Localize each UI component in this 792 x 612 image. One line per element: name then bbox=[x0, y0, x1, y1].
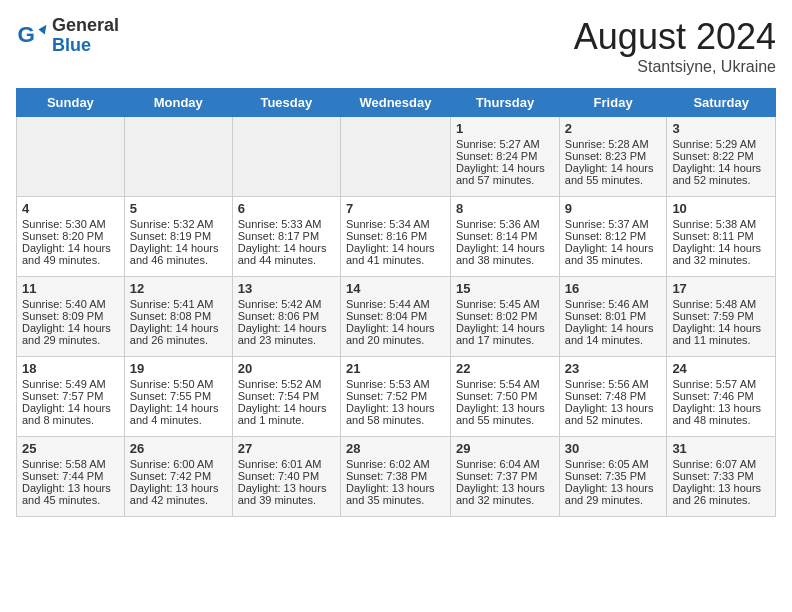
sunrise: Sunrise: 5:28 AM bbox=[565, 138, 649, 150]
calendar-table: SundayMondayTuesdayWednesdayThursdayFrid… bbox=[16, 88, 776, 517]
sunrise: Sunrise: 6:02 AM bbox=[346, 458, 430, 470]
day-number: 20 bbox=[238, 361, 335, 376]
weekday-header: Friday bbox=[559, 89, 667, 117]
calendar-cell: 9 Sunrise: 5:37 AM Sunset: 8:12 PM Dayli… bbox=[559, 197, 667, 277]
sunset: Sunset: 8:11 PM bbox=[672, 230, 753, 242]
daylight: Daylight: 14 hours and 49 minutes. bbox=[22, 242, 111, 266]
day-number: 30 bbox=[565, 441, 662, 456]
sunset: Sunset: 8:17 PM bbox=[238, 230, 319, 242]
sunrise: Sunrise: 6:00 AM bbox=[130, 458, 214, 470]
weekday-header: Wednesday bbox=[340, 89, 450, 117]
sunset: Sunset: 7:35 PM bbox=[565, 470, 646, 482]
sunrise: Sunrise: 5:56 AM bbox=[565, 378, 649, 390]
calendar-cell: 16 Sunrise: 5:46 AM Sunset: 8:01 PM Dayl… bbox=[559, 277, 667, 357]
day-number: 18 bbox=[22, 361, 119, 376]
daylight: Daylight: 13 hours and 29 minutes. bbox=[565, 482, 654, 506]
calendar-cell: 25 Sunrise: 5:58 AM Sunset: 7:44 PM Dayl… bbox=[17, 437, 125, 517]
daylight: Daylight: 14 hours and 26 minutes. bbox=[130, 322, 219, 346]
calendar-cell: 12 Sunrise: 5:41 AM Sunset: 8:08 PM Dayl… bbox=[124, 277, 232, 357]
calendar-cell bbox=[17, 117, 125, 197]
daylight: Daylight: 14 hours and 46 minutes. bbox=[130, 242, 219, 266]
month-year: August 2024 bbox=[574, 16, 776, 58]
location: Stantsiyne, Ukraine bbox=[574, 58, 776, 76]
daylight: Daylight: 14 hours and 38 minutes. bbox=[456, 242, 545, 266]
calendar-cell: 2 Sunrise: 5:28 AM Sunset: 8:23 PM Dayli… bbox=[559, 117, 667, 197]
sunrise: Sunrise: 5:38 AM bbox=[672, 218, 756, 230]
sunset: Sunset: 7:57 PM bbox=[22, 390, 103, 402]
sunrise: Sunrise: 5:32 AM bbox=[130, 218, 214, 230]
logo-general: General bbox=[52, 16, 119, 36]
calendar-week-row: 25 Sunrise: 5:58 AM Sunset: 7:44 PM Dayl… bbox=[17, 437, 776, 517]
calendar-cell: 1 Sunrise: 5:27 AM Sunset: 8:24 PM Dayli… bbox=[451, 117, 560, 197]
day-number: 31 bbox=[672, 441, 770, 456]
calendar-cell bbox=[340, 117, 450, 197]
calendar-cell: 10 Sunrise: 5:38 AM Sunset: 8:11 PM Dayl… bbox=[667, 197, 776, 277]
day-number: 22 bbox=[456, 361, 554, 376]
day-number: 25 bbox=[22, 441, 119, 456]
sunset: Sunset: 8:04 PM bbox=[346, 310, 427, 322]
day-number: 10 bbox=[672, 201, 770, 216]
daylight: Daylight: 13 hours and 39 minutes. bbox=[238, 482, 327, 506]
day-number: 3 bbox=[672, 121, 770, 136]
sunrise: Sunrise: 5:33 AM bbox=[238, 218, 322, 230]
weekday-header: Thursday bbox=[451, 89, 560, 117]
day-number: 21 bbox=[346, 361, 445, 376]
weekday-header: Sunday bbox=[17, 89, 125, 117]
sunset: Sunset: 8:14 PM bbox=[456, 230, 537, 242]
daylight: Daylight: 14 hours and 11 minutes. bbox=[672, 322, 761, 346]
daylight: Daylight: 13 hours and 58 minutes. bbox=[346, 402, 435, 426]
sunrise: Sunrise: 5:53 AM bbox=[346, 378, 430, 390]
logo-blue-text: Blue bbox=[52, 36, 119, 56]
daylight: Daylight: 13 hours and 35 minutes. bbox=[346, 482, 435, 506]
svg-text:G: G bbox=[18, 22, 35, 47]
sunset: Sunset: 7:54 PM bbox=[238, 390, 319, 402]
calendar-week-row: 11 Sunrise: 5:40 AM Sunset: 8:09 PM Dayl… bbox=[17, 277, 776, 357]
daylight: Daylight: 14 hours and 41 minutes. bbox=[346, 242, 435, 266]
day-number: 14 bbox=[346, 281, 445, 296]
daylight: Daylight: 13 hours and 45 minutes. bbox=[22, 482, 111, 506]
sunset: Sunset: 8:20 PM bbox=[22, 230, 103, 242]
sunset: Sunset: 8:19 PM bbox=[130, 230, 211, 242]
calendar-cell: 7 Sunrise: 5:34 AM Sunset: 8:16 PM Dayli… bbox=[340, 197, 450, 277]
calendar-cell: 26 Sunrise: 6:00 AM Sunset: 7:42 PM Dayl… bbox=[124, 437, 232, 517]
calendar-cell bbox=[124, 117, 232, 197]
weekday-header: Monday bbox=[124, 89, 232, 117]
daylight: Daylight: 14 hours and 23 minutes. bbox=[238, 322, 327, 346]
sunset: Sunset: 8:01 PM bbox=[565, 310, 646, 322]
sunset: Sunset: 8:06 PM bbox=[238, 310, 319, 322]
sunrise: Sunrise: 5:36 AM bbox=[456, 218, 540, 230]
sunrise: Sunrise: 5:40 AM bbox=[22, 298, 106, 310]
day-number: 15 bbox=[456, 281, 554, 296]
sunset: Sunset: 8:02 PM bbox=[456, 310, 537, 322]
day-number: 12 bbox=[130, 281, 227, 296]
calendar-cell: 4 Sunrise: 5:30 AM Sunset: 8:20 PM Dayli… bbox=[17, 197, 125, 277]
day-number: 27 bbox=[238, 441, 335, 456]
daylight: Daylight: 13 hours and 55 minutes. bbox=[456, 402, 545, 426]
day-number: 13 bbox=[238, 281, 335, 296]
day-number: 19 bbox=[130, 361, 227, 376]
daylight: Daylight: 14 hours and 20 minutes. bbox=[346, 322, 435, 346]
calendar-cell: 8 Sunrise: 5:36 AM Sunset: 8:14 PM Dayli… bbox=[451, 197, 560, 277]
calendar-cell: 14 Sunrise: 5:44 AM Sunset: 8:04 PM Dayl… bbox=[340, 277, 450, 357]
daylight: Daylight: 14 hours and 4 minutes. bbox=[130, 402, 219, 426]
daylight: Daylight: 13 hours and 48 minutes. bbox=[672, 402, 761, 426]
sunset: Sunset: 7:37 PM bbox=[456, 470, 537, 482]
calendar-cell: 20 Sunrise: 5:52 AM Sunset: 7:54 PM Dayl… bbox=[232, 357, 340, 437]
logo-text: General Blue bbox=[52, 16, 119, 56]
sunrise: Sunrise: 5:57 AM bbox=[672, 378, 756, 390]
logo: G General Blue bbox=[16, 16, 119, 56]
sunrise: Sunrise: 5:37 AM bbox=[565, 218, 649, 230]
daylight: Daylight: 14 hours and 44 minutes. bbox=[238, 242, 327, 266]
sunrise: Sunrise: 5:54 AM bbox=[456, 378, 540, 390]
weekday-header: Saturday bbox=[667, 89, 776, 117]
day-number: 4 bbox=[22, 201, 119, 216]
day-number: 5 bbox=[130, 201, 227, 216]
sunrise: Sunrise: 6:04 AM bbox=[456, 458, 540, 470]
calendar-cell: 21 Sunrise: 5:53 AM Sunset: 7:52 PM Dayl… bbox=[340, 357, 450, 437]
day-number: 6 bbox=[238, 201, 335, 216]
calendar-cell: 23 Sunrise: 5:56 AM Sunset: 7:48 PM Dayl… bbox=[559, 357, 667, 437]
calendar-cell: 31 Sunrise: 6:07 AM Sunset: 7:33 PM Dayl… bbox=[667, 437, 776, 517]
sunset: Sunset: 8:23 PM bbox=[565, 150, 646, 162]
calendar-week-row: 18 Sunrise: 5:49 AM Sunset: 7:57 PM Dayl… bbox=[17, 357, 776, 437]
calendar-cell: 13 Sunrise: 5:42 AM Sunset: 8:06 PM Dayl… bbox=[232, 277, 340, 357]
